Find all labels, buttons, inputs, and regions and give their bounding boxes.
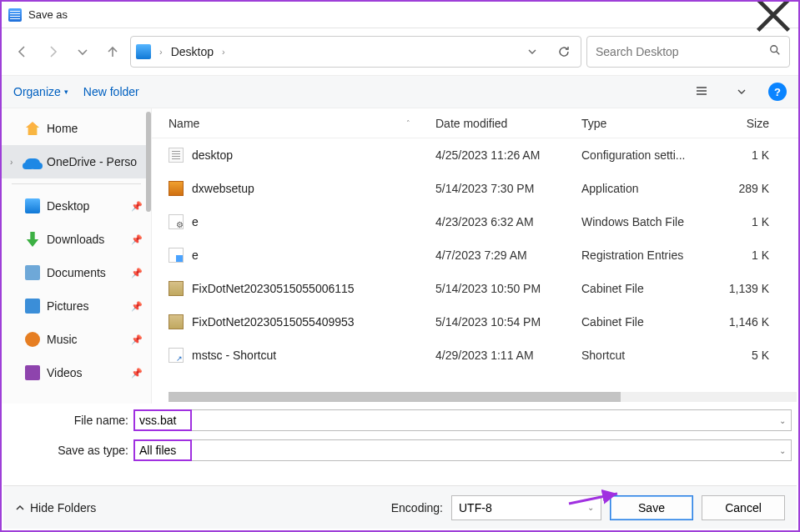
file-size: 1 K <box>711 215 769 228</box>
sidebar-label: Downloads <box>47 233 104 246</box>
filename-field[interactable]: vss.bat ⌄ <box>133 409 792 431</box>
chevron-down-icon: ⌄ <box>587 503 594 512</box>
chevron-down-icon[interactable]: ⌄ <box>779 446 786 455</box>
column-header-name[interactable]: Name ˄ <box>169 117 435 130</box>
savetype-label: Save as type: <box>8 444 133 457</box>
encoding-label: Encoding: <box>391 501 443 514</box>
hide-folders-toggle[interactable]: Hide Folders <box>15 501 96 514</box>
chevron-down-icon: ▾ <box>64 88 68 96</box>
organize-label: Organize <box>13 85 61 98</box>
sidebar-label: Documents <box>47 266 106 279</box>
file-row[interactable]: desktop4/25/2023 11:26 AMConfiguration s… <box>152 138 798 172</box>
search-input[interactable] <box>596 45 762 58</box>
home-icon <box>25 121 40 136</box>
file-rows: desktop4/25/2023 11:26 AMConfiguration s… <box>152 138 798 392</box>
cloud-icon <box>25 158 40 168</box>
pin-icon: 📌 <box>131 268 143 279</box>
file-row[interactable]: mstsc - Shortcut4/29/2023 1:11 AMShortcu… <box>152 339 798 372</box>
cancel-button[interactable]: Cancel <box>702 495 785 520</box>
file-type: Cabinet File <box>581 315 711 329</box>
file-size: 289 K <box>711 182 769 195</box>
file-type: Shortcut <box>581 349 711 362</box>
sidebar-label: Desktop <box>47 199 89 213</box>
new-folder-button[interactable]: New folder <box>83 85 139 98</box>
sidebar-label: Music <box>47 333 78 346</box>
file-date: 4/23/2023 6:32 AM <box>435 215 581 228</box>
search-icon[interactable] <box>769 44 781 59</box>
file-date: 4/25/2023 11:26 AM <box>435 148 581 162</box>
file-icon <box>169 148 184 163</box>
pin-icon: 📌 <box>131 301 143 312</box>
navigation-pane: Home › OneDrive - Perso Desktop 📌 Downlo… <box>2 108 152 404</box>
file-type: Windows Batch File <box>581 215 711 228</box>
view-dropdown[interactable] <box>730 80 753 103</box>
save-button[interactable]: Save <box>610 495 693 520</box>
sidebar-scrollbar[interactable] <box>146 112 151 212</box>
column-header-size[interactable]: Size <box>711 117 769 130</box>
filename-row: File name: vss.bat ⌄ <box>2 407 798 434</box>
file-row[interactable]: FixDotNet202305150554099535/14/2023 10:5… <box>152 305 798 339</box>
back-button[interactable] <box>10 39 35 64</box>
view-options-button[interactable] <box>692 80 715 103</box>
horizontal-scrollbar[interactable] <box>169 392 797 402</box>
chevron-right-icon[interactable]: › <box>10 158 18 167</box>
file-row[interactable]: FixDotNet202305150550061155/14/2023 10:5… <box>152 272 798 305</box>
file-row[interactable]: e4/23/2023 6:32 AMWindows Batch File1 K <box>152 205 798 238</box>
sidebar-item-documents[interactable]: Documents 📌 <box>2 256 151 289</box>
address-history-dropdown[interactable] <box>521 40 544 63</box>
chevron-down-icon[interactable]: ⌄ <box>779 416 786 425</box>
file-name: e <box>192 215 435 228</box>
column-header-type[interactable]: Type <box>581 117 711 130</box>
close-button[interactable] <box>755 2 792 28</box>
sidebar-item-music[interactable]: Music 📌 <box>2 323 151 356</box>
pin-icon: 📌 <box>131 368 143 379</box>
organize-menu[interactable]: Organize ▾ <box>13 85 68 98</box>
file-name: FixDotNet20230515055409953 <box>192 315 435 329</box>
sidebar-item-home[interactable]: Home <box>2 112 151 145</box>
refresh-button[interactable] <box>552 40 576 63</box>
sidebar-item-desktop[interactable]: Desktop 📌 <box>2 189 151 223</box>
sidebar-label: Home <box>47 122 78 135</box>
file-size: 1 K <box>711 248 769 262</box>
window-title: Save as <box>28 8 68 21</box>
savetype-row: Save as type: All files ⌄ <box>2 437 798 464</box>
chevron-right-icon[interactable]: › <box>159 47 163 57</box>
file-size: 1,139 K <box>711 282 769 295</box>
sidebar-item-videos[interactable]: Videos 📌 <box>2 356 151 389</box>
file-date: 5/14/2023 7:30 PM <box>435 182 581 195</box>
savetype-field[interactable]: All files ⌄ <box>133 439 792 461</box>
file-name: e <box>192 248 435 262</box>
sidebar-item-downloads[interactable]: Downloads 📌 <box>2 223 151 256</box>
file-row[interactable]: dxwebsetup5/14/2023 7:30 PMApplication28… <box>152 172 798 205</box>
file-size: 5 K <box>711 349 769 362</box>
recent-dropdown[interactable] <box>70 39 95 64</box>
svg-point-0 <box>771 46 777 53</box>
search-box[interactable] <box>586 36 790 68</box>
sidebar-item-pictures[interactable]: Pictures 📌 <box>2 289 151 323</box>
file-date: 5/14/2023 10:50 PM <box>435 282 581 295</box>
up-button[interactable] <box>100 39 125 64</box>
file-name: desktop <box>192 148 435 162</box>
forward-button[interactable] <box>40 39 65 64</box>
breadcrumb-desktop[interactable]: Desktop <box>171 45 214 58</box>
footer-bar: Hide Folders Encoding: UTF-8 ⌄ Save Canc… <box>3 485 797 529</box>
sidebar-label: Videos <box>47 366 83 379</box>
file-name: FixDotNet20230515055006115 <box>192 282 435 295</box>
sidebar-item-onedrive[interactable]: › OneDrive - Perso <box>2 145 151 178</box>
help-button[interactable]: ? <box>768 83 787 101</box>
column-headers: Name ˄ Date modified Type Size <box>152 108 798 138</box>
column-header-date[interactable]: Date modified <box>435 117 581 130</box>
file-icon <box>169 314 184 329</box>
chevron-right-icon[interactable]: › <box>222 47 225 57</box>
encoding-select[interactable]: UTF-8 ⌄ <box>451 495 601 520</box>
sort-indicator-icon: ˄ <box>406 119 410 128</box>
filename-value: vss.bat <box>139 414 176 427</box>
file-date: 4/7/2023 7:29 AM <box>435 248 581 262</box>
chevron-up-icon <box>15 503 25 513</box>
address-bar[interactable]: › Desktop › <box>130 36 581 68</box>
notepad-icon <box>8 8 22 22</box>
pictures-icon <box>25 299 40 314</box>
file-type: Registration Entries <box>581 248 711 262</box>
file-row[interactable]: e4/7/2023 7:29 AMRegistration Entries1 K <box>152 238 798 272</box>
main-split: Home › OneDrive - Perso Desktop 📌 Downlo… <box>2 108 798 404</box>
